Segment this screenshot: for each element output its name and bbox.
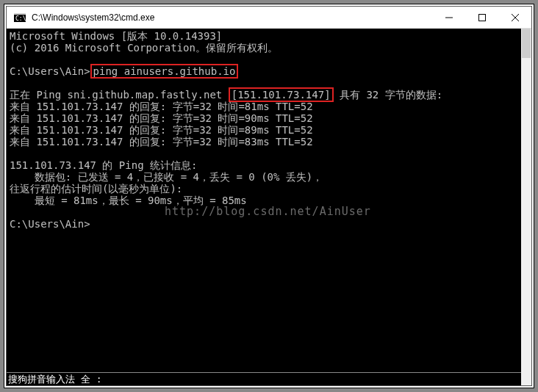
close-button[interactable] (498, 7, 531, 28)
maximize-button[interactable] (465, 7, 498, 28)
scrollbar-thumb[interactable] (522, 29, 531, 58)
svg-rect-4 (478, 14, 485, 21)
term-line: 来自 151.101.73.147 的回复: 字节=32 时间=83ms TTL… (10, 136, 313, 148)
term-line: 来自 151.101.73.147 的回复: 字节=32 时间=90ms TTL… (10, 112, 313, 124)
term-line: 来自 151.101.73.147 的回复: 字节=32 时间=89ms TTL… (10, 124, 313, 136)
term-line: 具有 32 字节的数据: (334, 89, 443, 101)
term-line: 正在 Ping sni.github.map.fastly.net (10, 89, 229, 101)
prompt-text: C:\Users\Ain> (10, 65, 90, 77)
prompt-text: C:\Users\Ain> (10, 218, 90, 230)
highlighted-command: ping ainusers.github.io (90, 64, 239, 79)
term-line: 往返行程的估计时间(以毫秒为单位): (10, 183, 182, 195)
ime-status-bar: 搜狗拼音输入法 全 : (7, 372, 521, 385)
titlebar[interactable]: C:\ C:\Windows\system32\cmd.exe (7, 7, 531, 29)
vertical-scrollbar[interactable] (521, 29, 531, 385)
window-title: C:\Windows\system32\cmd.exe (32, 12, 432, 23)
window-frame: C:\ C:\Windows\system32\cmd.exe Microsof… (4, 4, 534, 388)
minimize-button[interactable] (432, 7, 465, 28)
highlighted-ip: [151.101.73.147] (229, 87, 334, 102)
close-icon (512, 14, 519, 21)
term-line: 数据包: 已发送 = 4，已接收 = 4，丢失 = 0 (0% 丢失)， (10, 171, 323, 183)
svg-text:C:\: C:\ (15, 15, 26, 22)
cmd-icon: C:\ (12, 12, 27, 23)
cmd-window: C:\ C:\Windows\system32\cmd.exe Microsof… (6, 6, 532, 386)
maximize-icon (478, 14, 486, 21)
term-line: 151.101.73.147 的 Ping 统计信息: (10, 159, 197, 171)
term-line: (c) 2016 Microsoft Corporation。保留所有权利。 (10, 42, 278, 54)
client-area: Microsoft Windows [版本 10.0.14393] (c) 20… (7, 29, 531, 385)
svg-rect-1 (14, 13, 26, 15)
watermark-text: http://blog.csdn.net/AinUser (165, 205, 371, 218)
term-line: Microsoft Windows [版本 10.0.14393] (10, 30, 222, 42)
term-line: 来自 151.101.73.147 的回复: 字节=32 时间=81ms TTL… (10, 101, 313, 112)
window-buttons (432, 7, 531, 28)
minimize-icon (445, 14, 453, 21)
